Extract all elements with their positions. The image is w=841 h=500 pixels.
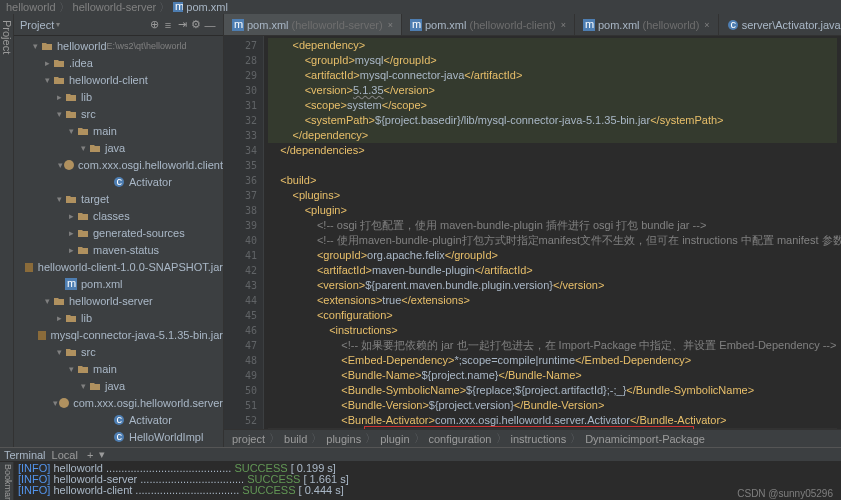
chevron-icon[interactable]: ▾ xyxy=(54,109,64,119)
chevron-icon[interactable]: ▾ xyxy=(66,126,76,136)
chevron-icon[interactable]: ▸ xyxy=(54,313,64,323)
close-icon[interactable]: × xyxy=(388,20,393,30)
line-number[interactable]: 50 xyxy=(224,383,263,398)
tree-row[interactable]: cActivator xyxy=(14,173,223,190)
expand-icon[interactable]: ≡ xyxy=(161,18,175,32)
chevron-down-icon[interactable]: ▾ xyxy=(56,20,60,29)
chevron-icon[interactable]: ▾ xyxy=(54,194,64,204)
select-opened-icon[interactable]: ⊕ xyxy=(147,18,161,32)
line-number[interactable]: 43 xyxy=(224,278,263,293)
code-line[interactable]: <scope>system</scope> xyxy=(268,98,837,113)
code-line[interactable]: <groupId>mysql</groupId> xyxy=(268,53,837,68)
code-line[interactable]: <Dynamicimport-Package>*</Dynamicimport-… xyxy=(268,428,837,429)
code-line[interactable]: <version>5.1.35</version> xyxy=(268,83,837,98)
tree-row[interactable]: ▾src xyxy=(14,105,223,122)
code-line[interactable]: </dependency> xyxy=(268,128,837,143)
tree-row[interactable]: ▸lib xyxy=(14,309,223,326)
breadcrumbs[interactable]: project〉build〉plugins〉plugin〉configurati… xyxy=(224,429,841,447)
tree-row[interactable]: ▾com.xxx.osgi.helloworld.client xyxy=(14,156,223,173)
line-number[interactable]: 37 xyxy=(224,188,263,203)
collapse-icon[interactable]: ⇥ xyxy=(175,18,189,32)
line-number[interactable]: 49 xyxy=(224,368,263,383)
line-number[interactable]: 40 xyxy=(224,233,263,248)
chevron-icon[interactable]: ▸ xyxy=(66,211,76,221)
editor-tab[interactable]: mpom.xml(helloworld-client)× xyxy=(402,14,575,36)
tree-row[interactable]: ▾main xyxy=(14,360,223,377)
breadcrumb-item[interactable]: configuration xyxy=(429,433,492,445)
tree-row[interactable]: ▸classes xyxy=(14,207,223,224)
line-number[interactable]: 42 xyxy=(224,263,263,278)
crumb-project[interactable]: helloworld xyxy=(6,1,56,13)
chevron-icon[interactable]: ▸ xyxy=(66,228,76,238)
code-editor[interactable]: <dependency> <groupId>mysql</groupId> <a… xyxy=(264,36,841,429)
code-line[interactable]: <extensions>true</extensions> xyxy=(268,293,837,308)
code-line[interactable]: <Bundle-Name>${project.name}</Bundle-Nam… xyxy=(268,368,837,383)
code-line[interactable]: <!-- 使用maven-bundle-plugin打包方式时指定manifes… xyxy=(268,233,837,248)
code-line[interactable]: <plugins> xyxy=(268,188,837,203)
code-line[interactable]: <Bundle-Version>${project.version}</Bund… xyxy=(268,398,837,413)
code-line[interactable]: <Bundle-Activator>com.xxx.osgi.helloworl… xyxy=(268,413,837,428)
line-number[interactable]: 38 xyxy=(224,203,263,218)
tree-row[interactable]: ▾src xyxy=(14,343,223,360)
code-line[interactable]: <version>${parent.maven.bundle.plugin.ve… xyxy=(268,278,837,293)
code-line[interactable]: <groupId>org.apache.felix</groupId> xyxy=(268,248,837,263)
tree-row[interactable]: ▸maven-status xyxy=(14,241,223,258)
code-line[interactable]: <build> xyxy=(268,173,837,188)
minimize-icon[interactable]: — xyxy=(203,18,217,32)
editor-tabs[interactable]: mpom.xml(helloworld-server)×mpom.xml(hel… xyxy=(224,14,841,36)
code-line[interactable]: <configuration> xyxy=(268,308,837,323)
gear-icon[interactable]: ⚙ xyxy=(189,18,203,32)
tree-row[interactable]: cHelloWorldImpl xyxy=(14,428,223,445)
line-number[interactable]: 36 xyxy=(224,173,263,188)
chevron-icon[interactable]: ▸ xyxy=(66,245,76,255)
code-line[interactable]: <dependency> xyxy=(268,38,837,53)
tree-row[interactable]: ▾helloworld-server xyxy=(14,292,223,309)
tree-row[interactable]: ▾helloworld E:\ws2\qt\helloworld xyxy=(14,37,223,54)
line-number[interactable]: 39 xyxy=(224,218,263,233)
chevron-icon[interactable]: ▸ xyxy=(54,92,64,102)
breadcrumb-item[interactable]: build xyxy=(284,433,307,445)
tree-row[interactable]: ▾com.xxx.osgi.helloworld.server xyxy=(14,394,223,411)
editor-tab[interactable]: cserver\Activator.java× xyxy=(719,14,841,36)
chevron-icon[interactable]: ▾ xyxy=(30,41,40,51)
crumb-file[interactable]: pom.xml xyxy=(186,1,228,13)
line-number[interactable]: 53 xyxy=(224,428,263,429)
close-icon[interactable]: × xyxy=(704,20,709,30)
line-number[interactable]: 45 xyxy=(224,308,263,323)
tree-row[interactable]: ▸lib xyxy=(14,88,223,105)
code-line[interactable]: <Embed-Dependency>*;scope=compile|runtim… xyxy=(268,353,837,368)
tree-row[interactable]: helloworld-client-1.0.0-SNAPSHOT.jar xyxy=(14,258,223,275)
code-line[interactable]: <systemPath>${project.basedir}/lib/mysql… xyxy=(268,113,837,128)
tree-row[interactable]: mpom.xml xyxy=(14,275,223,292)
chevron-icon[interactable]: ▾ xyxy=(66,364,76,374)
tree-row[interactable]: IIHelloWorld xyxy=(14,445,223,447)
code-line[interactable]: <instructions> xyxy=(268,323,837,338)
line-number[interactable]: 47 xyxy=(224,338,263,353)
code-line[interactable]: <!-- osgi 打包配置，使用 maven-bundle-plugin 插件… xyxy=(268,218,837,233)
chevron-icon[interactable]: ▾ xyxy=(78,381,88,391)
tree-row[interactable]: ▾java xyxy=(14,139,223,156)
breadcrumb-item[interactable]: project xyxy=(232,433,265,445)
terminal-tab-name[interactable]: Terminal xyxy=(4,449,46,461)
chevron-icon[interactable]: ▾ xyxy=(42,296,52,306)
tree-row[interactable]: ▸generated-sources xyxy=(14,224,223,241)
line-number[interactable]: 35 xyxy=(224,158,263,173)
code-line[interactable]: <artifactId>mysql-connector-java</artifa… xyxy=(268,68,837,83)
line-number[interactable]: 34 xyxy=(224,143,263,158)
editor-tab[interactable]: mpom.xml(helloworld-server)× xyxy=(224,14,402,36)
line-number[interactable]: 29 xyxy=(224,68,263,83)
tree-row[interactable]: ▾helloworld-client xyxy=(14,71,223,88)
line-number[interactable]: 46 xyxy=(224,323,263,338)
line-number[interactable]: 32 xyxy=(224,113,263,128)
chevron-icon[interactable]: ▾ xyxy=(78,143,88,153)
code-line[interactable]: <!-- 如果要把依赖的 jar 也一起打包进去，在 Import-Packag… xyxy=(268,338,837,353)
code-line[interactable] xyxy=(268,158,837,173)
tree-row[interactable]: mysql-connector-java-5.1.35-bin.jar xyxy=(14,326,223,343)
chevron-icon[interactable]: ▾ xyxy=(54,347,64,357)
line-number[interactable]: 44 xyxy=(224,293,263,308)
code-line[interactable]: <Bundle-SymbolicName>${replace;${project… xyxy=(268,383,837,398)
close-icon[interactable]: × xyxy=(561,20,566,30)
left-toolwindow-bar[interactable]: Project xyxy=(0,14,14,447)
line-number[interactable]: 33 xyxy=(224,128,263,143)
line-number[interactable]: 28 xyxy=(224,53,263,68)
